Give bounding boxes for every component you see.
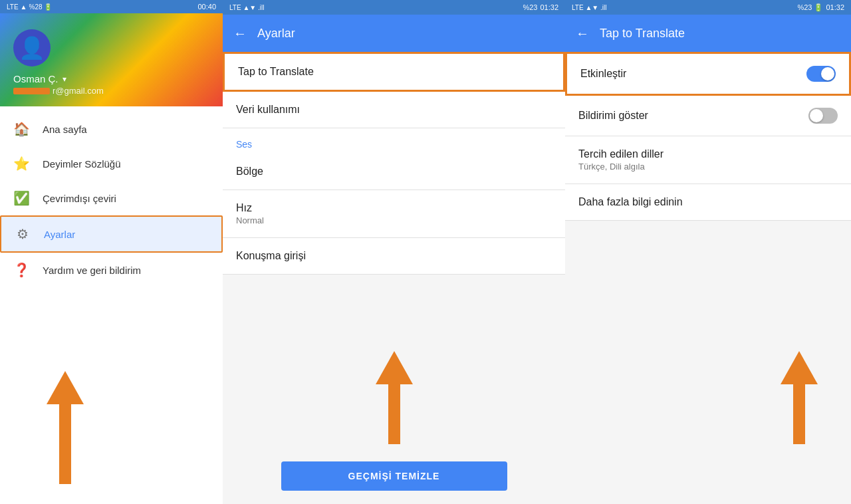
- right-panel-title: Tap to Translate: [600, 27, 685, 41]
- status-right-left: LTE ▲▼ .ill: [572, 4, 606, 11]
- battery-mid: %23: [523, 3, 537, 11]
- time-mid: 01:32: [540, 3, 558, 11]
- arrow-shaft-right: [793, 384, 805, 444]
- status-left-info: LTE ▲ %28 🔋: [7, 3, 52, 11]
- user-name: Osman Ç. ▾: [13, 73, 209, 84]
- sidebar-item-deyimler[interactable]: ⭐ Deyimler Sözlüğü: [0, 146, 223, 181]
- bildirimi-label: Bildirimi göster: [578, 110, 648, 122]
- settings-label-hiz: Hız: [236, 202, 252, 213]
- signal-right-icon: LTE ▲▼ .ill: [572, 4, 606, 11]
- signal-icon: LTE: [7, 3, 19, 11]
- sidebar-item-label-cevrimdisi: Çevrimdışı çeviri: [43, 193, 116, 204]
- right-panel-header: ← Tap to Translate: [565, 15, 851, 52]
- sidebar: 👤 Osman Ç. ▾ r@gmail.com 🏠 Ana sayfa ⭐ D…: [0, 13, 223, 504]
- settings-sublabel-hiz: Normal: [236, 215, 552, 225]
- tercih-text: Tercih edilen diller Türkçe, Dili algıla: [578, 148, 664, 172]
- settings-label-tap-to-translate: Tap to Translate: [238, 66, 314, 77]
- right-item-tercih[interactable]: Tercih edilen diller Türkçe, Dili algıla: [565, 136, 851, 184]
- right-item-daha-fazla[interactable]: Daha fazla bilgi edinin: [565, 184, 851, 221]
- middle-back-button[interactable]: ←: [233, 26, 247, 41]
- time-left: 00:40: [197, 3, 216, 11]
- clear-history-button[interactable]: GEÇMİŞİ TEMİZLE: [281, 461, 507, 491]
- status-bar-middle: LTE ▲▼ .ill %23 01:32: [223, 0, 565, 15]
- sidebar-item-ayarlar[interactable]: ⚙ Ayarlar: [0, 215, 223, 253]
- battery-icon: %28 🔋: [29, 3, 53, 11]
- chevron-down-icon[interactable]: ▾: [62, 74, 66, 84]
- status-mid-left: LTE ▲▼ .ill: [229, 4, 264, 11]
- arrow-head-right: [781, 351, 818, 384]
- arrow-shaft-mid: [388, 384, 400, 444]
- etkinlestir-toggle[interactable]: [806, 66, 836, 82]
- settings-item-hiz[interactable]: Hız Normal: [223, 190, 565, 238]
- settings-label-konusma: Konuşma girişi: [236, 250, 306, 261]
- star-icon: ⭐: [13, 156, 29, 172]
- daha-fazla-label: Daha fazla bilgi edinin: [578, 196, 683, 208]
- right-item-bildirimi[interactable]: Bildirimi göster: [565, 96, 851, 136]
- check-icon: ✅: [13, 190, 29, 206]
- etkinlestir-label: Etkinleştir: [580, 68, 626, 80]
- user-name-text: Osman Ç.: [13, 73, 59, 84]
- battery-right: %23 🔋: [797, 3, 823, 12]
- status-bar-left: LTE ▲ %28 🔋 00:40: [0, 0, 223, 13]
- bildirimi-text: Bildirimi göster: [578, 110, 648, 122]
- toggle-thumb-on: [821, 67, 834, 80]
- settings-section-ses: Ses: [223, 128, 565, 154]
- right-screen: LTE ▲▼ .ill %23 🔋 01:32 ← Tap to Transla…: [565, 0, 851, 504]
- settings-item-tap-to-translate[interactable]: Tap to Translate: [223, 52, 565, 92]
- sidebar-item-yardim[interactable]: ❓ Yardım ve geri bildirim: [0, 253, 223, 287]
- toggle-thumb-off: [810, 109, 823, 122]
- arrow-shaft-left: [59, 404, 71, 484]
- middle-panel-header: ← Ayarlar: [223, 15, 565, 52]
- wifi-icon: ▲: [21, 3, 27, 11]
- avatar: 👤: [13, 29, 51, 66]
- sidebar-item-ana-sayfa[interactable]: 🏠 Ana sayfa: [0, 112, 223, 146]
- settings-label-bolge: Bölge: [236, 166, 263, 177]
- user-email-row: r@gmail.com: [13, 86, 209, 96]
- gear-icon: ⚙: [15, 226, 31, 242]
- sidebar-item-label-ana-sayfa: Ana sayfa: [43, 124, 87, 135]
- left-screen: LTE ▲ %28 🔋 00:40 👤 Osman Ç. ▾ r@gmail.c…: [0, 0, 223, 504]
- tercih-sublabel: Türkçe, Dili algıla: [578, 162, 664, 172]
- right-item-etkinlestir[interactable]: Etkinleştir: [565, 52, 851, 96]
- help-icon: ❓: [13, 262, 29, 278]
- settings-item-veri[interactable]: Veri kullanımı: [223, 92, 565, 128]
- email-bar-decoration: [13, 88, 50, 94]
- daha-fazla-text: Daha fazla bilgi edinin: [578, 196, 683, 208]
- status-mid-right: %23 01:32: [523, 3, 558, 11]
- right-arrow-annotation: [781, 351, 818, 444]
- middle-panel-title: Ayarlar: [257, 27, 295, 41]
- user-email: r@gmail.com: [53, 86, 104, 96]
- settings-label-veri: Veri kullanımı: [236, 104, 300, 115]
- right-back-button[interactable]: ←: [576, 26, 589, 41]
- settings-item-konusma[interactable]: Konuşma girişi: [223, 238, 565, 275]
- middle-arrow-annotation: [376, 351, 413, 444]
- home-icon: 🏠: [13, 121, 29, 137]
- bildirimi-toggle[interactable]: [808, 108, 838, 124]
- middle-screen: LTE ▲▼ .ill %23 01:32 ← Ayarlar Tap to T…: [223, 0, 565, 504]
- sidebar-item-label-ayarlar: Ayarlar: [44, 229, 75, 240]
- sidebar-item-cevrimdisi[interactable]: ✅ Çevrimdışı çeviri: [0, 181, 223, 215]
- status-bar-right: LTE ▲▼ .ill %23 🔋 01:32: [565, 0, 851, 15]
- time-right: 01:32: [826, 3, 844, 12]
- status-right-right: %23 🔋 01:32: [797, 3, 844, 12]
- sidebar-header: 👤 Osman Ç. ▾ r@gmail.com: [0, 13, 223, 106]
- settings-item-bolge[interactable]: Bölge: [223, 154, 565, 190]
- arrow-head-mid: [376, 351, 413, 384]
- sidebar-item-label-deyimler: Deyimler Sözlüğü: [43, 158, 121, 170]
- signal-mid-icon: LTE ▲▼ .ill: [229, 4, 264, 11]
- etkinlestir-text: Etkinleştir: [580, 68, 626, 80]
- arrow-head-left: [47, 371, 84, 404]
- tercih-label: Tercih edilen diller: [578, 148, 664, 160]
- sidebar-arrow-annotation: [47, 371, 84, 484]
- avatar-icon: 👤: [19, 35, 45, 61]
- settings-footer: GEÇMİŞİ TEMİZLE: [223, 448, 565, 504]
- sidebar-nav: 🏠 Ana sayfa ⭐ Deyimler Sözlüğü ✅ Çevrimd…: [0, 106, 223, 504]
- sidebar-item-label-yardim: Yardım ve geri bildirim: [43, 265, 141, 276]
